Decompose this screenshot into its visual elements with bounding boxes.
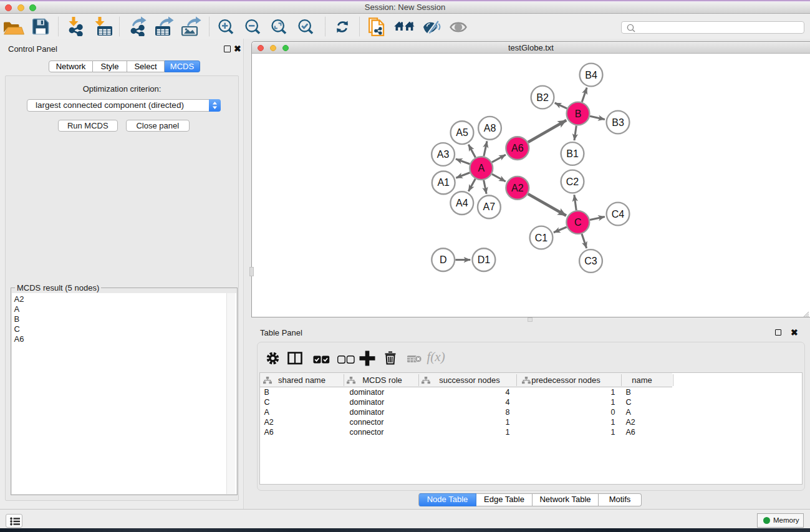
- svg-text:D1: D1: [478, 254, 491, 265]
- svg-text:B1: B1: [566, 148, 579, 159]
- svg-text:B4: B4: [585, 70, 597, 80]
- svg-text:A8: A8: [484, 123, 496, 133]
- svg-text:C: C: [574, 217, 582, 228]
- svg-text:A6: A6: [511, 143, 524, 153]
- svg-text:A5: A5: [456, 127, 468, 138]
- svg-text:A7: A7: [483, 201, 496, 212]
- svg-text:A2: A2: [511, 183, 524, 193]
- svg-text:D: D: [440, 254, 447, 265]
- svg-text:B: B: [575, 109, 582, 119]
- svg-text:C1: C1: [535, 233, 548, 243]
- svg-text:A4: A4: [456, 198, 468, 208]
- svg-text:B3: B3: [612, 117, 624, 128]
- svg-text:A3: A3: [437, 149, 450, 160]
- svg-text:B2: B2: [536, 92, 549, 103]
- svg-text:A1: A1: [437, 177, 450, 188]
- svg-text:C2: C2: [566, 177, 579, 187]
- svg-text:A: A: [478, 163, 485, 173]
- svg-text:C4: C4: [612, 209, 625, 220]
- svg-text:C3: C3: [584, 256, 597, 266]
